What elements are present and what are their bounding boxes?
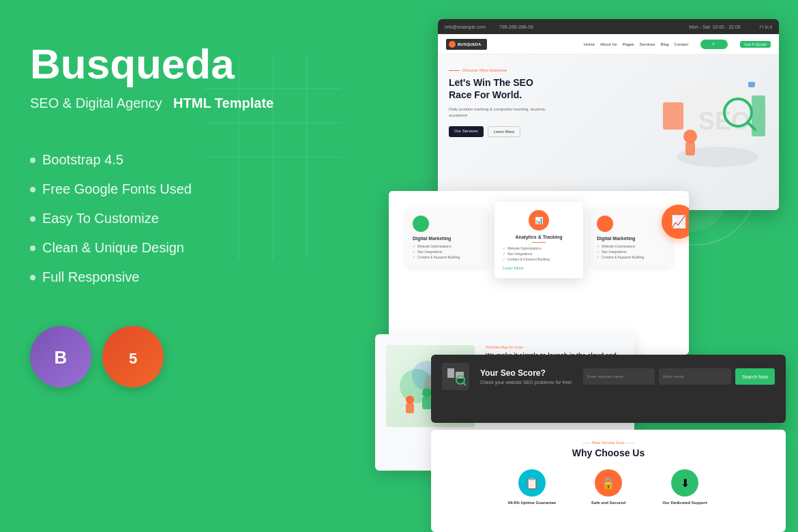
bootstrap-badge: B xyxy=(30,326,91,387)
ss-nav-about: About Us xyxy=(600,42,617,46)
ss-why-icon-1: 📋 xyxy=(518,469,546,497)
screenshot-seo: Your Seo Score? Check your website SEO p… xyxy=(431,355,786,423)
html5-badge: 5 xyxy=(102,326,164,387)
ss-why-card-3: ⬇ Our Dedicated Support xyxy=(651,469,719,505)
ss-why-card-1: 📋 99.9% Uptime Guarantee xyxy=(498,469,566,505)
ss-why-label-3: Our Dedicated Support xyxy=(651,501,719,505)
ss-nav-logo: BUSQUEDA xyxy=(446,39,487,50)
svg-text:B: B xyxy=(55,347,68,368)
ss-seo-title: Your Seo Score? xyxy=(480,368,572,378)
svg-point-13 xyxy=(683,130,697,143)
seo-illustration-svg: SEO xyxy=(636,61,772,184)
ss-topbar-phone: 789-268-098-09 xyxy=(499,25,533,29)
ss-nav-cta: Get A Quote xyxy=(740,41,771,48)
ss-mid-card3: Digital Marketing Website Commissions Se… xyxy=(590,209,672,267)
ss-mid-card2-list: Website Optimizations Seo Integrations C… xyxy=(503,246,575,262)
ss-card1-item1: Website Optimizations xyxy=(413,243,481,249)
ss-seo-inputs: Enter website name Enter email Search No… xyxy=(583,368,775,385)
ss-why-tag: —— Best Service Ever —— xyxy=(442,441,775,445)
ss-nav-search-btn: 🔍 xyxy=(700,40,728,49)
svg-rect-24 xyxy=(406,403,414,413)
ss-bottom-tag: Find New Way For Grow xyxy=(486,345,623,349)
subtitle-plain: SEO & Digital Agency xyxy=(30,95,162,110)
ss-seo-input-email: Enter email xyxy=(659,368,731,385)
svg-rect-18 xyxy=(752,95,765,136)
screenshot-why: —— Best Service Ever —— Why Choose Us 📋 … xyxy=(431,430,786,532)
ss-mid-card3-title: Digital Marketing xyxy=(597,236,665,241)
svg-point-25 xyxy=(422,388,432,398)
ss-mid-featured-badge: 📊 xyxy=(529,210,549,231)
screenshot-main: info@example.com 789-268-098-09 Mon - Sa… xyxy=(438,19,779,210)
ss-hero-title: Let's Win The SEO Race For World. xyxy=(449,76,558,101)
ss-card1-item2: Seo Integrations xyxy=(413,249,481,254)
ss-nav-links: Home About Us Pages Services Blog Contac… xyxy=(584,42,688,46)
ss-mid-card2-title: Analytics & Tracking xyxy=(503,235,575,239)
ss-card2-item3: Contact & Keyword Building xyxy=(503,256,575,262)
ss-topbar-hours: Mon - Sat: 10:00 - 22:00 xyxy=(689,25,741,29)
ss-seo-sub: Check your website SEO problems for free… xyxy=(480,380,572,385)
ss-topbar-social: f t in li xyxy=(760,25,772,29)
svg-line-33 xyxy=(464,383,466,385)
ss-topbar-email: info@example.com xyxy=(445,25,486,29)
ss-hero-sub: Daily position tracking & competitor tra… xyxy=(449,106,551,118)
ss-mid-card1: Digital Marketing Website Optimizations … xyxy=(406,209,488,267)
ss-why-inner: —— Best Service Ever —— Why Choose Us 📋 … xyxy=(431,430,786,516)
ss-why-cards: 📋 99.9% Uptime Guarantee 🔒 Safe and Secu… xyxy=(442,469,775,505)
ss-card2-item1: Website Optimizations xyxy=(503,246,575,251)
ss-seo-text: Your Seo Score? Check your website SEO p… xyxy=(480,368,572,385)
svg-rect-14 xyxy=(685,142,695,156)
ss-hero-illustration: SEO xyxy=(636,61,772,184)
subtitle-bold: HTML Template xyxy=(173,95,274,110)
ss-mid-card3-list: Website Commissions Seo Integrations Con… xyxy=(597,243,665,260)
ss-hero: Discover More Expertise Let's Win The SE… xyxy=(438,55,779,210)
ss-nav: BUSQUEDA Home About Us Pages Services Bl… xyxy=(438,34,779,55)
ss-mid-featured-card: 📊 Analytics & Tracking Website Optimizat… xyxy=(494,202,583,278)
ss-seo-inner: Your Seo Score? Check your website SEO p… xyxy=(431,355,786,398)
right-panel: info@example.com 789-268-098-09 Mon - Sa… xyxy=(348,0,798,532)
svg-rect-30 xyxy=(447,368,454,378)
ss-topbar: info@example.com 789-268-098-09 Mon - Sa… xyxy=(438,19,779,34)
ss-card2-item2: Seo Integrations xyxy=(503,251,575,256)
ss-why-label-1: 99.9% Uptime Guarantee xyxy=(498,501,566,505)
ss-seo-input-domain: Enter website name xyxy=(583,368,655,385)
ss-card3-item2: Seo Integrations xyxy=(597,249,665,254)
html5-icon: 5 xyxy=(118,342,148,372)
ss-why-label-2: Safe and Secured xyxy=(574,501,642,505)
ss-card3-item1: Website Commissions xyxy=(597,243,665,249)
ss-mid-card1-list: Website Optimizations Seo Integrations C… xyxy=(413,243,481,260)
ss-card3-item3: Content & Keyword Building xyxy=(597,254,665,260)
svg-text:5: 5 xyxy=(129,350,137,367)
ss-nav-blog: Blog xyxy=(661,42,669,46)
ss-seo-search-btn[interactable]: Search Now xyxy=(735,368,775,385)
screenshot-mid: 📊 Analytics & Tracking Website Optimizat… xyxy=(389,191,689,355)
ss-card2-link: Learn More xyxy=(503,266,575,270)
ss-mid-inner: 📊 Analytics & Tracking Website Optimizat… xyxy=(389,191,689,355)
ss-nav-home: Home xyxy=(584,42,595,46)
ss-card1-item3: Content & Keyword Building xyxy=(413,254,481,260)
ss-mid-card1-icon xyxy=(413,216,429,232)
bootstrap-icon: B xyxy=(46,342,76,372)
ss-mid-card3-icon xyxy=(597,216,613,232)
ss-nav-logo-text: BUSQUEDA xyxy=(458,42,481,46)
svg-rect-26 xyxy=(422,397,432,409)
ss-nav-pages: Pages xyxy=(623,42,634,46)
seo-score-icon xyxy=(445,366,466,387)
ss-why-title: Why Choose Us xyxy=(442,447,775,458)
svg-rect-17 xyxy=(663,102,683,130)
ss-hero-btn-secondary: Learn More xyxy=(488,126,521,137)
ss-why-card-2: 🔒 Safe and Secured xyxy=(574,469,642,505)
ss-why-icon-2: 🔒 xyxy=(595,469,622,497)
ss-mid-card1-title: Digital Marketing xyxy=(413,236,481,241)
svg-point-23 xyxy=(406,396,414,404)
ss-why-icon-3: ⬇ xyxy=(671,469,698,497)
ss-nav-services: Services xyxy=(640,42,655,46)
svg-rect-19 xyxy=(748,82,755,87)
ss-nav-search-wrap: 🔍 xyxy=(700,40,728,49)
ss-hero-btn-primary: Our Services xyxy=(449,126,484,137)
ss-seo-icon xyxy=(442,363,469,390)
ss-nav-contact: Contact xyxy=(675,42,689,46)
ss-nav-logo-icon xyxy=(449,41,456,48)
